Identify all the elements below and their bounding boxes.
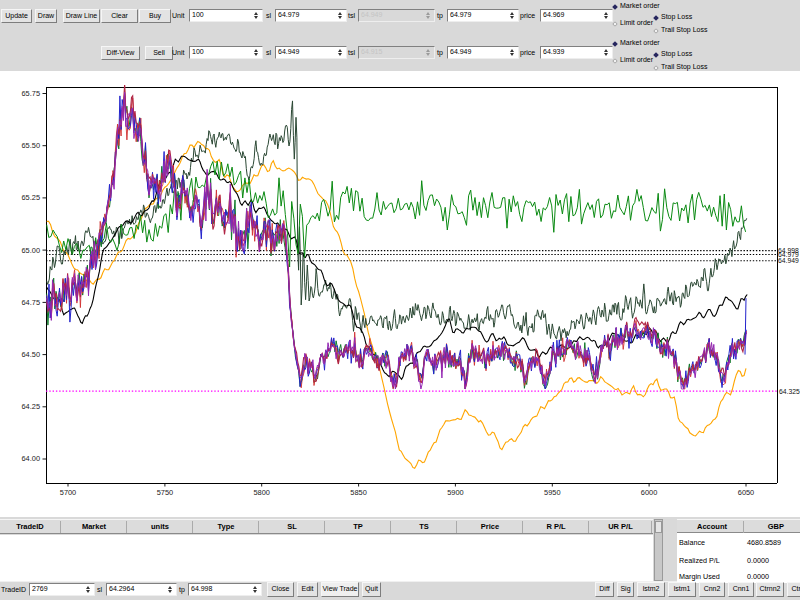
svg-text:6000: 6000 (641, 488, 657, 497)
svg-text:64.325: 64.325 (779, 388, 800, 395)
svg-text:65.75: 65.75 (22, 89, 41, 98)
svg-text:5800: 5800 (253, 488, 269, 497)
svg-text:64.949: 64.949 (778, 257, 799, 264)
svg-text:64.50: 64.50 (22, 350, 41, 359)
svg-text:5900: 5900 (447, 488, 463, 497)
svg-text:5700: 5700 (60, 488, 76, 497)
svg-text:65.00: 65.00 (22, 246, 41, 255)
svg-text:64.25: 64.25 (22, 402, 41, 411)
svg-text:5850: 5850 (350, 488, 366, 497)
svg-text:64.00: 64.00 (22, 454, 41, 463)
svg-text:64.75: 64.75 (22, 298, 41, 307)
svg-text:5750: 5750 (157, 488, 173, 497)
svg-text:65.25: 65.25 (22, 193, 41, 202)
svg-text:5950: 5950 (544, 488, 560, 497)
svg-text:6050: 6050 (738, 488, 754, 497)
svg-text:65.50: 65.50 (22, 141, 41, 150)
